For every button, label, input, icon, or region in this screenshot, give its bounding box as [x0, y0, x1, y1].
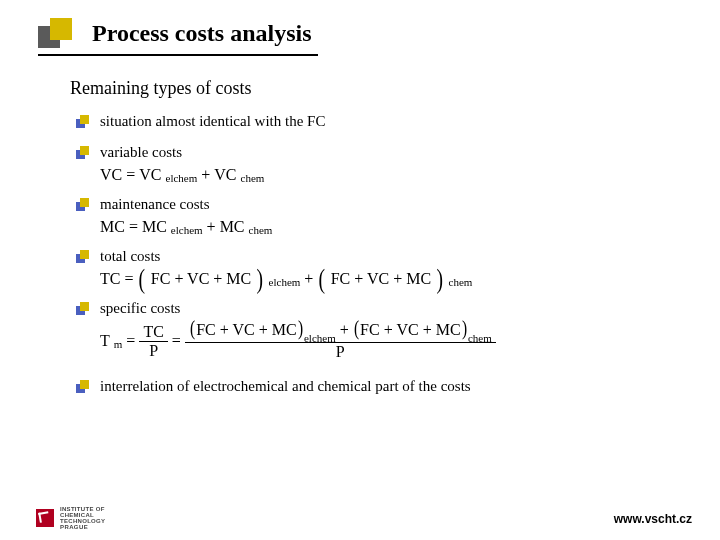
slide: Process costs analysis Remaining types o… — [0, 0, 720, 540]
formula-tc: TC = (FC + VC + MC)elchem + (FC + VC + M… — [100, 270, 690, 288]
list-item: situation almost identical with the FC — [76, 113, 690, 130]
footer-url: www.vscht.cz — [614, 512, 692, 526]
title-underline — [38, 54, 318, 56]
bullet-icon — [76, 250, 90, 264]
logo-mark-icon — [36, 509, 54, 527]
bullet-icon — [76, 380, 90, 394]
title-row: Process costs analysis — [0, 18, 720, 48]
bullet-icon — [76, 146, 90, 160]
item-label: specific costs — [100, 300, 180, 317]
item-label: maintenance costs — [100, 196, 210, 213]
formula-vc: VC = VCelchem + VCchem — [100, 166, 690, 184]
bullet-icon — [76, 302, 90, 316]
slide-subtitle: Remaining types of costs — [70, 78, 720, 99]
list-item: maintenance costs MC = MCelchem + MCchem — [76, 196, 690, 236]
institute-logo: INSTITUTE OF CHEMICAL TECHNOLOGY PRAGUE — [36, 506, 105, 530]
list-item: specific costs Tm = TC P = (FC + VC + MC… — [76, 300, 690, 360]
item-label: situation almost identical with the FC — [100, 113, 325, 130]
list-item: interrelation of electrochemical and che… — [76, 378, 690, 395]
logo-text: INSTITUTE OF CHEMICAL TECHNOLOGY PRAGUE — [60, 506, 105, 530]
item-label: interrelation of electrochemical and che… — [100, 378, 471, 395]
slide-title: Process costs analysis — [92, 20, 312, 47]
content-area: situation almost identical with the FC v… — [0, 113, 720, 395]
bullet-icon — [76, 115, 90, 129]
formula-mc: MC = MCelchem + MCchem — [100, 218, 690, 236]
list-item: total costs TC = (FC + VC + MC)elchem + … — [76, 248, 690, 288]
title-bullet-icon — [38, 18, 74, 48]
item-label: total costs — [100, 248, 160, 265]
list-item: variable costs VC = VCelchem + VCchem — [76, 144, 690, 184]
formula-tm: Tm = TC P = (FC + VC + MC)elchem + (FC +… — [100, 322, 690, 360]
item-label: variable costs — [100, 144, 182, 161]
bullet-icon — [76, 198, 90, 212]
